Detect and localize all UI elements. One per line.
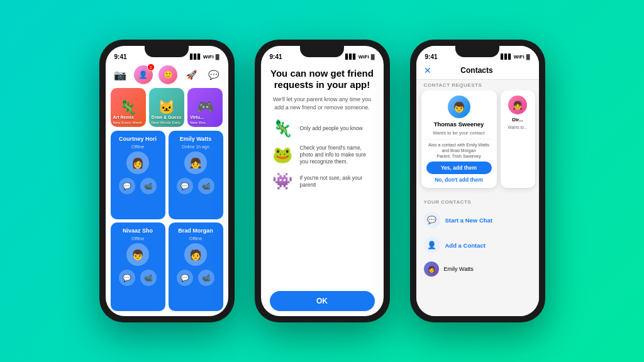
close-button[interactable]: ✕: [424, 65, 431, 75]
status-icons-1: ▋▋▋ WiFi ▓: [190, 54, 219, 60]
battery-icon: ▓: [216, 54, 219, 60]
phone-notch-3: [455, 46, 499, 57]
tip1-emoji: 🦎: [270, 119, 295, 138]
battery-icon-3: ▓: [526, 54, 530, 60]
wifi-icon-3: WiFi: [514, 54, 525, 60]
start-chat-icon: 💬: [424, 212, 440, 228]
thomas-sub: Wants to be your contact: [433, 130, 485, 136]
contact-nivaaz[interactable]: Nivaaz Sho Offline 👦 💬 📹: [111, 222, 165, 311]
partial-name: Dir...: [512, 117, 523, 123]
status-time-2: 9:41: [270, 53, 282, 60]
thomas-no-button[interactable]: No, don't add them: [435, 177, 483, 183]
wifi-icon-2: WiFi: [358, 54, 369, 60]
your-contacts-label: YOUR CONTACTS: [416, 197, 539, 207]
avatar-wrap[interactable]: 👤 2: [134, 65, 153, 84]
notification-badge: 2: [147, 63, 155, 71]
emily-message-btn[interactable]: 💬: [177, 178, 193, 194]
brad-avatar: 🧑: [184, 243, 207, 266]
request-card-partial: 👧 Dir... Wants to...: [501, 90, 535, 188]
emily-avatar-sm: 👩: [424, 261, 439, 277]
emily-name-sm: Emily Watts: [444, 266, 474, 272]
thomas-name: Thomas Sweeney: [434, 121, 484, 128]
contact-emily-item[interactable]: 👩 Emily Watts: [416, 258, 539, 280]
start-chat-label: Start a New Chat: [445, 217, 493, 224]
rocket-icon[interactable]: 🚀: [183, 67, 199, 83]
contact-courtney[interactable]: Courtney Hori Offline 👩 💬 📹: [111, 131, 165, 219]
your-contacts-section: YOUR CONTACTS 💬 Start a New Chat 👤 Add a…: [416, 193, 539, 316]
tip2-emoji: 🐸: [270, 145, 295, 165]
chat-icon[interactable]: 💬: [206, 67, 222, 83]
signal-icon-3: ▋▋▋: [501, 54, 512, 60]
brad-message-btn[interactable]: 💬: [177, 270, 193, 286]
signal-icon: ▋▋▋: [190, 54, 201, 60]
thomas-avatar: 👦: [448, 96, 470, 118]
status-time-1: 9:41: [114, 53, 127, 60]
contacts-title: Contacts: [460, 66, 492, 75]
thomas-info: Also a contact with Emily Watts and Brad…: [426, 139, 492, 159]
wifi-icon: WiFi: [203, 54, 214, 60]
status-icons-3: ▋▋▋ WiFi ▓: [501, 54, 530, 60]
courtney-actions: 💬 📹: [119, 178, 157, 194]
thomas-yes-button[interactable]: Yes, add them: [426, 162, 492, 174]
phone-screen-2: 9:41 ▋▋▋ WiFi ▓ You can now get friend r…: [261, 46, 384, 316]
courtney-message-btn[interactable]: 💬: [119, 178, 135, 194]
phone-screen-3: 9:41 ▋▋▋ WiFi ▓ ✕ Contacts CONTACT REQUE…: [416, 46, 539, 316]
nivaaz-message-btn[interactable]: 💬: [119, 270, 135, 286]
partial-sub: Wants to...: [508, 125, 528, 130]
tip1-text: Only add people you know: [300, 125, 363, 132]
phone2-subtitle: We'll let your parent know any time you …: [270, 96, 375, 111]
profile-avatar[interactable]: 🙂: [158, 65, 177, 84]
phone-3: 9:41 ▋▋▋ WiFi ▓ ✕ Contacts CONTACT REQUE…: [410, 40, 545, 322]
status-time-3: 9:41: [425, 53, 438, 60]
phone-notch-1: [145, 46, 189, 57]
game-art-remix-label: Art Remix New Every Week: [111, 113, 145, 127]
nivaaz-avatar: 👦: [126, 243, 149, 266]
brad-actions: 💬 📹: [177, 270, 214, 286]
game-draw-guess-label: Draw & Guess New Words Daily: [149, 113, 184, 127]
friend-tip-2: 🐸 Check your friend's name, photo and in…: [270, 145, 375, 165]
requests-section-label: CONTACT REQUESTS: [416, 80, 539, 90]
ok-button[interactable]: OK: [270, 291, 375, 311]
phone-screen-1: 9:41 ▋▋▋ WiFi ▓ 📷 👤 2 🙂 🚀 💬 🦎 Art Remi: [106, 46, 228, 316]
games-row: 🦎 Art Remix New Every Week 🐱 Draw & Gues…: [106, 88, 228, 127]
phone2-content: You can now get friend requests in your …: [261, 63, 384, 316]
nivaaz-video-btn[interactable]: 📹: [140, 270, 157, 286]
phone1-header: 📷 👤 2 🙂 🚀 💬: [106, 63, 228, 88]
tip2-text: Check your friend's name, photo and info…: [300, 145, 375, 165]
contacts-grid: Courtney Hori Offline 👩 💬 📹 Emily Watts …: [106, 131, 228, 316]
friend-tip-1: 🦎 Only add people you know: [270, 119, 375, 138]
phone-notch-2: [300, 46, 344, 57]
add-contact-action[interactable]: 👤 Add a Contact: [416, 233, 539, 258]
phone3-content: CONTACT REQUESTS 👦 Thomas Sweeney Wants …: [416, 80, 539, 316]
emily-video-btn[interactable]: 📹: [198, 178, 214, 194]
emily-avatar: 👧: [184, 151, 207, 174]
tip3-text: If you're not sure, ask your parent!: [300, 175, 375, 189]
add-contact-label: Add a Contact: [445, 242, 486, 249]
game-draw-guess[interactable]: 🐱 Draw & Guess New Words Daily: [149, 88, 184, 127]
nivaaz-actions: 💬 📹: [119, 270, 157, 286]
phone-1: 9:41 ▋▋▋ WiFi ▓ 📷 👤 2 🙂 🚀 💬 🦎 Art Remi: [99, 40, 235, 322]
contact-brad[interactable]: Brad Morgan Offline 🧑 💬 📹: [169, 222, 223, 311]
tip3-emoji: 👾: [270, 172, 295, 191]
game-virtual-label: Virtu... New Wor...: [187, 113, 211, 127]
start-new-chat-action[interactable]: 💬 Start a New Chat: [416, 207, 539, 233]
request-card-thomas: 👦 Thomas Sweeney Wants to be your contac…: [421, 90, 497, 188]
friend-tip-3: 👾 If you're not sure, ask your parent!: [270, 172, 375, 191]
courtney-video-btn[interactable]: 📹: [140, 178, 157, 194]
emily-actions: 💬 📹: [177, 178, 214, 194]
phone3-header: ✕ Contacts: [416, 63, 539, 80]
courtney-avatar: 👩: [126, 151, 149, 174]
brad-video-btn[interactable]: 📹: [198, 270, 214, 286]
signal-icon-2: ▋▋▋: [345, 54, 357, 60]
game-art-remix[interactable]: 🦎 Art Remix New Every Week: [111, 88, 146, 127]
phone-2: 9:41 ▋▋▋ WiFi ▓ You can now get friend r…: [255, 40, 390, 322]
phone2-title: You can now get friend requests in your …: [270, 68, 375, 90]
add-contact-icon: 👤: [424, 237, 440, 253]
contact-emily[interactable]: Emily Watts Online 1h ago 👧 💬 📹: [169, 131, 223, 219]
camera-icon[interactable]: 📷: [112, 67, 128, 83]
contact-requests-row: 👦 Thomas Sweeney Wants to be your contac…: [416, 90, 539, 193]
battery-icon-2: ▓: [371, 54, 375, 60]
partial-avatar: 👧: [508, 96, 527, 114]
status-icons-2: ▋▋▋ WiFi ▓: [345, 54, 375, 60]
game-virtual[interactable]: 🎮 Virtu... New Wor...: [187, 88, 223, 127]
